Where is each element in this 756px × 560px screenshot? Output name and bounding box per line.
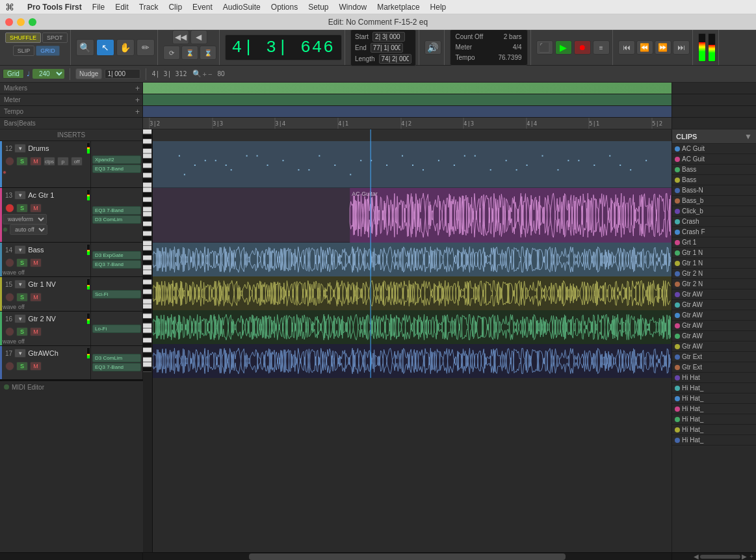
menu-edit[interactable]: Edit	[115, 3, 129, 12]
end-input[interactable]	[371, 43, 403, 53]
clip-item[interactable]: Gtr AW	[672, 331, 756, 341]
menu-track[interactable]: Track	[139, 3, 159, 12]
track-13-monitor[interactable]	[3, 227, 8, 232]
add-meter-btn[interactable]: +	[135, 96, 140, 105]
track-12-insert-2[interactable]: EQ3 7-Band	[92, 165, 141, 173]
track-13-group[interactable]: ▼	[14, 191, 26, 200]
stop-button[interactable]: ⬛	[536, 40, 553, 55]
menu-clip[interactable]: Clip	[168, 3, 182, 12]
clip-item[interactable]: Click_b	[672, 206, 756, 217]
track-13-mute[interactable]: M	[30, 204, 42, 213]
track-16-record[interactable]	[5, 327, 14, 336]
track-17-insert-2[interactable]: EQ3 7-Band	[92, 363, 141, 371]
clips-scrollbar[interactable]	[700, 555, 741, 559]
scrollbar-thumb[interactable]	[249, 553, 566, 560]
menu-options[interactable]: Options	[271, 3, 298, 12]
prev-btn[interactable]: ⏪	[636, 40, 653, 55]
scroll-add-btn[interactable]: +	[749, 553, 753, 560]
track-15-insert-1[interactable]: Sci-Fi	[92, 290, 141, 299]
track-12-mute[interactable]: M	[30, 157, 42, 166]
track-12-solo[interactable]: S	[16, 157, 28, 166]
minimize-button[interactable]	[17, 18, 25, 26]
clip-item[interactable]: Gtr AW	[672, 289, 756, 300]
clip-item[interactable]: Gtr AW	[672, 341, 756, 352]
clip-item[interactable]: Gtr 2 N	[672, 279, 756, 289]
post-roll-btn[interactable]: ⌛	[200, 46, 216, 60]
track-14-group[interactable]: ▼	[14, 245, 26, 254]
window-controls[interactable]	[5, 18, 36, 26]
clips-menu-btn[interactable]: ▼	[744, 132, 752, 141]
track-12-p[interactable]: p	[57, 157, 69, 166]
track-14-mute[interactable]: M	[30, 258, 42, 267]
pencil-tool[interactable]: ✏	[137, 39, 155, 56]
spot-button[interactable]: SPOT	[42, 33, 68, 43]
track-12-record[interactable]	[5, 157, 14, 166]
length-input[interactable]	[379, 54, 411, 64]
clip-item[interactable]: Bass	[672, 175, 756, 185]
loop-btn[interactable]: ⟳	[163, 46, 180, 60]
grid-button[interactable]: GRID	[36, 46, 60, 56]
track-12-insert-1[interactable]: Xpand!2	[92, 155, 141, 164]
scroll-right-btn[interactable]: ▶	[742, 553, 747, 560]
play-button[interactable]: ▶	[555, 40, 572, 55]
track-14-insert-2[interactable]: EQ3 7-Band	[92, 260, 141, 269]
track-13-insert-2[interactable]: D3 ComLim	[92, 215, 141, 224]
clip-item[interactable]: Gtr AW	[672, 310, 756, 321]
clip-item[interactable]: Hi Hat_	[672, 414, 756, 425]
slip-button[interactable]: SLIP	[13, 46, 35, 56]
grid-value-select[interactable]: 240	[33, 69, 64, 79]
track-14-solo[interactable]: S	[16, 258, 28, 267]
selector-tool[interactable]: ↖	[96, 39, 114, 56]
clip-item[interactable]: Hi Hat_	[672, 393, 756, 404]
track-17-mute[interactable]: M	[30, 362, 42, 371]
track-17-solo[interactable]: S	[16, 362, 28, 371]
clip-item[interactable]: Bass_b	[672, 196, 756, 206]
track-17-group[interactable]: ▼	[14, 349, 26, 358]
clip-item[interactable]: Hi Hat_	[672, 383, 756, 393]
shuffle-button[interactable]: SHUFFLE	[5, 33, 41, 43]
track-15-record[interactable]	[5, 293, 14, 302]
forward-btn[interactable]: ◀	[190, 30, 207, 44]
track-13-record[interactable]	[5, 204, 14, 213]
menu-setup[interactable]: Setup	[308, 3, 328, 12]
clip-item[interactable]: Gtr AW	[672, 321, 756, 331]
track-12-arm2[interactable]	[3, 170, 7, 174]
track-16-insert-1[interactable]: Lo-Fi	[92, 325, 141, 333]
menu-help[interactable]: Help	[430, 3, 447, 12]
clip-item[interactable]: Hi Hat_	[672, 404, 756, 414]
clip-item[interactable]: Crash F	[672, 227, 756, 237]
clip-item[interactable]: Gtr 1 N	[672, 258, 756, 269]
next-btn[interactable]: ⏩	[655, 40, 671, 55]
clip-item[interactable]: Hi Hat_	[672, 435, 756, 446]
track-16-solo[interactable]: S	[16, 327, 28, 336]
maximize-button[interactable]	[29, 18, 36, 26]
clip-item[interactable]: Hi Hat_	[672, 425, 756, 435]
track-13-insert-1[interactable]: EQ3 7-Band	[92, 206, 141, 215]
clip-item[interactable]: Gtr Ext	[672, 352, 756, 362]
apple-menu[interactable]: ⌘	[5, 2, 14, 12]
clip-item[interactable]: Grt 1	[672, 237, 756, 248]
track-12-off[interactable]: off	[71, 157, 83, 166]
clip-item[interactable]: Bass	[672, 165, 756, 175]
menu-audiosuite[interactable]: AudioSuite	[223, 3, 261, 12]
clip-item[interactable]: Crash	[672, 217, 756, 227]
close-button[interactable]	[5, 18, 13, 26]
scroll-left-btn[interactable]: ◀	[694, 553, 699, 560]
clip-item[interactable]: Gtr 2 N	[672, 269, 756, 279]
track-13-view[interactable]: waveform	[3, 214, 47, 224]
clip-item[interactable]: Hi Hat	[672, 373, 756, 383]
track-16-group[interactable]: ▼	[14, 314, 26, 323]
add-marker-btn[interactable]: +	[135, 84, 140, 93]
clip-item[interactable]: AC Guit	[672, 154, 756, 165]
track-15-group[interactable]: ▼	[14, 280, 26, 289]
track-17-record[interactable]	[5, 362, 14, 371]
fastforward-btn[interactable]: ⏭	[673, 40, 690, 55]
clip-item[interactable]: Gtr Ext	[672, 362, 756, 373]
track-12-clps[interactable]: clps	[44, 157, 55, 166]
clip-item[interactable]: AC Guit	[672, 144, 756, 154]
menu-marketplace[interactable]: Marketplace	[377, 3, 419, 12]
nudge-value[interactable]	[105, 69, 140, 79]
track-14-record[interactable]	[5, 258, 14, 267]
clip-item[interactable]: Gtr 1 N	[672, 248, 756, 258]
zoom-tool[interactable]: 🔍	[76, 39, 94, 56]
